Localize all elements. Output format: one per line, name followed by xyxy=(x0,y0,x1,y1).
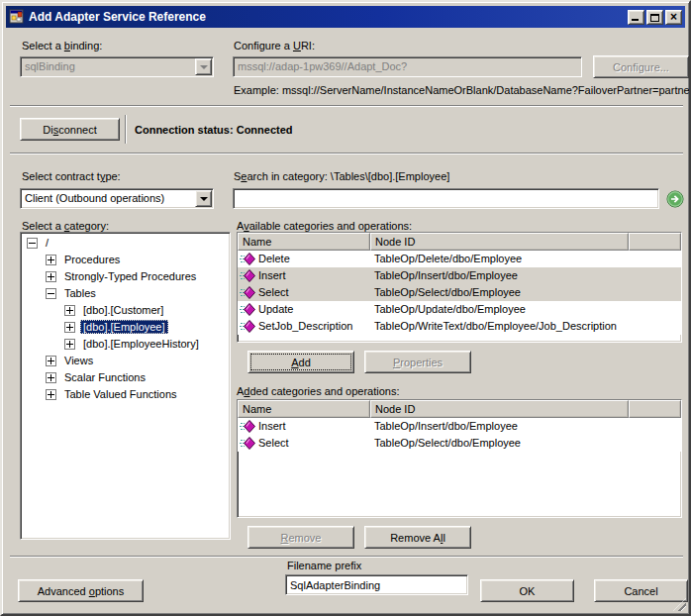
chevron-down-icon xyxy=(195,190,212,207)
close-button[interactable]: × xyxy=(665,10,682,25)
column-header-blank[interactable] xyxy=(629,233,681,251)
table-row-insert[interactable]: InsertTableOp/Insert/dbo/Employee xyxy=(238,267,681,284)
expand-icon[interactable] xyxy=(46,372,56,383)
operation-name-cell: Delete xyxy=(238,251,370,267)
tree-item-dbo-employee[interactable]: [dbo].[Employee] xyxy=(21,320,230,337)
column-header-node-id[interactable]: Node ID xyxy=(370,400,629,418)
added-table-header: Name Node ID xyxy=(238,400,681,418)
operation-icon xyxy=(240,437,255,450)
operation-icon xyxy=(240,420,255,433)
separator xyxy=(10,556,683,558)
tree-item-tables[interactable]: Tables xyxy=(21,286,230,303)
operation-node-id-cell: TableOp/Insert/dbo/Employee xyxy=(370,267,629,284)
added-operations-table: Name Node ID InsertTableOp/Insert/dbo/Em… xyxy=(237,399,682,518)
blank-cell xyxy=(629,284,681,301)
tree-item-label: Tables xyxy=(61,286,99,300)
operation-name-cell: Insert xyxy=(238,267,370,284)
window-title: Add Adapter Service Reference xyxy=(29,10,206,24)
operation-icon xyxy=(240,253,255,265)
tree-item-label: [dbo].[Employee] xyxy=(80,320,168,334)
window-icon xyxy=(9,9,25,25)
collapse-icon[interactable] xyxy=(46,288,56,299)
binding-combobox[interactable]: sqlBinding xyxy=(20,56,214,77)
disconnect-button[interactable]: Disconnect xyxy=(20,118,120,141)
connection-status-label: Connection status: xyxy=(135,124,234,136)
add-button[interactable]: Add xyxy=(247,351,354,373)
collapse-icon[interactable] xyxy=(27,238,38,249)
available-table-header: Name Node ID xyxy=(238,233,681,251)
expand-icon[interactable] xyxy=(64,305,75,316)
operation-node-id-cell: TableOp/Select/dbo/Employee xyxy=(370,435,629,452)
column-header-name[interactable]: Name xyxy=(238,400,370,418)
blank-cell xyxy=(629,301,681,318)
expand-icon[interactable] xyxy=(46,255,56,265)
separator xyxy=(125,115,127,144)
contract-type-label: Select contract type: xyxy=(22,170,121,182)
tree-item-views[interactable]: Views xyxy=(21,354,230,370)
operation-node-id-cell: TableOp/Delete/dbo/Employee xyxy=(370,251,629,267)
minimize-button[interactable] xyxy=(628,10,644,25)
added-operations-label: Added categories and operations: xyxy=(237,385,400,397)
search-category-label: Search in category: \Tables\[dbo].[Emplo… xyxy=(234,170,449,182)
operation-name-cell: Select xyxy=(238,435,370,452)
tree-item-procedures[interactable]: Procedures xyxy=(21,253,230,269)
category-tree: /ProceduresStrongly-Typed ProceduresTabl… xyxy=(20,232,231,540)
separator xyxy=(10,153,683,154)
blank-cell xyxy=(629,251,681,267)
available-operations-label: Available categories and operations: xyxy=(237,220,412,232)
blank-cell xyxy=(629,418,681,435)
table-row-setjob_description[interactable]: SetJob_DescriptionTableOp/WriteText/dbo/… xyxy=(238,318,681,335)
tree-item-label: Views xyxy=(61,354,96,367)
tree-item-[interactable]: / xyxy=(21,236,230,253)
operation-name-cell: Select xyxy=(238,284,370,301)
expand-icon[interactable] xyxy=(64,322,75,333)
search-go-button[interactable] xyxy=(665,190,684,209)
table-row-select[interactable]: SelectTableOp/Select/dbo/Employee xyxy=(238,435,681,452)
table-row-delete[interactable]: DeleteTableOp/Delete/dbo/Employee xyxy=(238,251,681,267)
remove-all-button[interactable]: Remove All xyxy=(364,526,471,549)
tree-item-label: Procedures xyxy=(61,253,123,266)
properties-button[interactable]: Properties xyxy=(364,351,471,373)
expand-icon[interactable] xyxy=(46,271,56,282)
column-header-node-id[interactable]: Node ID xyxy=(370,233,629,251)
tree-item-strongly-typed-procedures[interactable]: Strongly-Typed Procedures xyxy=(21,269,230,286)
tree-item-label: Table Valued Functions xyxy=(61,387,180,401)
table-row-insert[interactable]: InsertTableOp/Insert/dbo/Employee xyxy=(238,418,681,435)
chevron-down-icon xyxy=(195,58,212,75)
expand-icon[interactable] xyxy=(46,356,56,366)
tree-item-dbo-customer[interactable]: [dbo].[Customer] xyxy=(21,303,230,320)
binding-value: sqlBinding xyxy=(25,60,193,72)
filename-prefix-input[interactable] xyxy=(285,574,468,595)
expand-icon[interactable] xyxy=(64,339,75,350)
available-table-body: DeleteTableOp/Delete/dbo/EmployeeInsertT… xyxy=(238,251,681,335)
operation-icon xyxy=(240,269,255,282)
search-input[interactable] xyxy=(233,188,659,209)
maximize-button[interactable] xyxy=(646,10,663,25)
go-arrow-icon xyxy=(666,196,684,211)
operation-icon xyxy=(240,320,255,333)
binding-label: Select a binding: xyxy=(22,40,102,51)
cancel-button[interactable]: Cancel xyxy=(594,579,688,602)
operation-node-id-cell: TableOp/Insert/dbo/Employee xyxy=(370,418,629,435)
uri-example-text: Example: mssql://ServerName/InstanceName… xyxy=(234,84,691,96)
minimize-icon xyxy=(632,19,639,21)
contract-type-combobox[interactable]: Client (Outbound operations) xyxy=(20,188,214,209)
uri-label: Configure a URI: xyxy=(234,40,315,51)
tree-item-table-valued-functions[interactable]: Table Valued Functions xyxy=(21,387,230,404)
advanced-options-button[interactable]: Advanced options xyxy=(18,579,144,602)
remove-button[interactable]: Remove xyxy=(247,526,354,549)
tree-item-label: Scalar Functions xyxy=(61,370,148,384)
close-icon: × xyxy=(666,10,681,25)
separator xyxy=(10,105,683,107)
ok-button[interactable]: OK xyxy=(480,579,574,602)
expand-icon[interactable] xyxy=(46,389,56,400)
configure-button[interactable]: Configure... xyxy=(593,55,689,78)
titlebar[interactable]: Add Adapter Service Reference × xyxy=(6,6,685,28)
tree-item-scalar-functions[interactable]: Scalar Functions xyxy=(21,370,230,387)
tree-item-dbo-employeehistory[interactable]: [dbo].[EmployeeHistory] xyxy=(21,337,230,354)
column-header-name[interactable]: Name xyxy=(238,233,370,251)
uri-input[interactable]: mssql://adap-1pw369//Adapt_Doc? xyxy=(233,56,582,77)
table-row-update[interactable]: UpdateTableOp/Update/dbo/Employee xyxy=(238,301,681,318)
column-header-blank[interactable] xyxy=(629,400,681,418)
table-row-select[interactable]: SelectTableOp/Select/dbo/Employee xyxy=(238,284,681,301)
